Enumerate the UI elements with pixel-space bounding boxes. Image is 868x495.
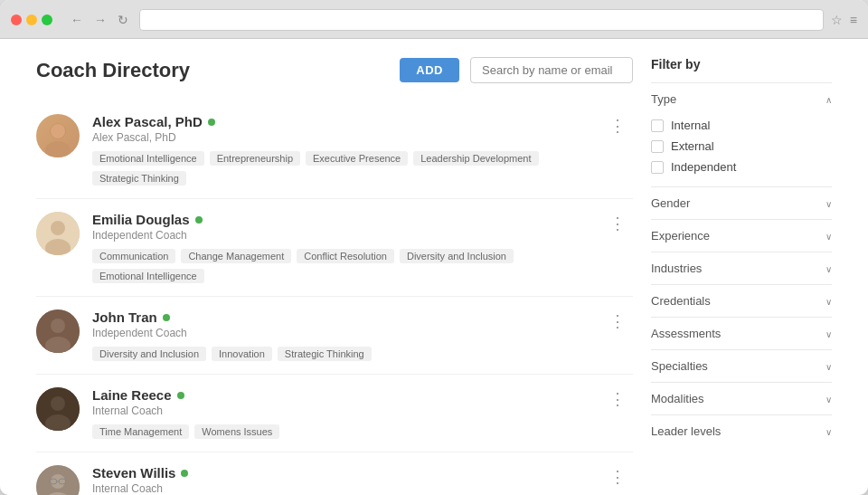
chevron-up-icon bbox=[826, 92, 832, 106]
coach-subtitle: Independent Coach bbox=[92, 327, 602, 339]
filter-option-label: External bbox=[671, 139, 714, 153]
coach-name-row: Emilia Douglas bbox=[92, 212, 602, 227]
chevron-down-icon bbox=[826, 196, 832, 210]
traffic-light-red[interactable] bbox=[11, 14, 22, 25]
chevron-down-icon bbox=[826, 229, 832, 243]
checkbox-independent[interactable] bbox=[651, 161, 664, 174]
chevron-down-icon bbox=[826, 392, 832, 405]
filter-section-specialties: Specialties bbox=[651, 349, 832, 382]
coach-info: Alex Pascal, PhD Alex Pascal, PhD Emotio… bbox=[92, 114, 602, 186]
coach-subtitle: Alex Pascal, PhD bbox=[92, 131, 602, 144]
coach-name: Laine Reece bbox=[92, 387, 172, 403]
tag: Diversity and Inclusion bbox=[92, 347, 206, 361]
filter-section-type: Type Internal External bbox=[651, 82, 832, 186]
online-indicator bbox=[195, 216, 203, 224]
avatar bbox=[36, 387, 80, 431]
header-right: ADD bbox=[400, 57, 633, 83]
filter-section-type-header[interactable]: Type bbox=[651, 83, 832, 115]
coach-list-area: Coach Directory ADD bbox=[36, 57, 633, 495]
online-indicator bbox=[181, 470, 188, 477]
tag: Leadership Development bbox=[413, 151, 538, 166]
filter-section-assessments: Assessments bbox=[651, 317, 832, 349]
more-options-button[interactable]: ⋮ bbox=[602, 114, 633, 138]
filter-section-specialties-header[interactable]: Specialties bbox=[651, 350, 832, 382]
tag: Change Management bbox=[181, 249, 291, 263]
filter-section-leader-levels-header[interactable]: Leader levels bbox=[651, 415, 832, 447]
filter-section-gender-header[interactable]: Gender bbox=[651, 187, 832, 219]
more-options-button[interactable]: ⋮ bbox=[602, 212, 633, 235]
filter-section-leader-levels: Leader levels bbox=[651, 414, 832, 447]
tag: Innovation bbox=[212, 347, 272, 361]
tag: Executive Presence bbox=[306, 151, 408, 166]
checkbox-external[interactable] bbox=[651, 140, 664, 153]
traffic-light-yellow[interactable] bbox=[26, 14, 37, 25]
more-options-button[interactable]: ⋮ bbox=[602, 309, 633, 333]
browser-icons: ☆ ≡ bbox=[831, 13, 857, 27]
coach-info: John Tran Independent Coach Diversity an… bbox=[92, 309, 602, 361]
svg-point-10 bbox=[51, 396, 65, 411]
address-bar[interactable] bbox=[139, 9, 824, 31]
filter-credentials-label: Credentials bbox=[651, 294, 711, 308]
filter-section-modalities: Modalities bbox=[651, 382, 832, 414]
avatar bbox=[36, 212, 80, 255]
tag: Communication bbox=[92, 249, 175, 263]
filter-section-gender: Gender bbox=[651, 186, 832, 219]
avatar bbox=[36, 114, 80, 157]
filter-section-modalities-header[interactable]: Modalities bbox=[651, 383, 832, 414]
table-row: John Tran Independent Coach Diversity an… bbox=[36, 297, 633, 375]
more-options-button[interactable]: ⋮ bbox=[602, 465, 633, 489]
more-options-button[interactable]: ⋮ bbox=[602, 387, 633, 411]
refresh-button[interactable]: ↻ bbox=[114, 11, 132, 29]
filter-industries-label: Industries bbox=[651, 262, 702, 275]
filter-option-external[interactable]: External bbox=[651, 136, 832, 157]
forward-button[interactable]: → bbox=[90, 11, 110, 29]
tag: Emotional Intelligence bbox=[92, 269, 204, 283]
avatar-icon bbox=[36, 465, 80, 495]
filter-section-industries-header[interactable]: Industries bbox=[651, 252, 832, 284]
svg-point-2 bbox=[51, 124, 65, 138]
filter-option-independent[interactable]: Independent bbox=[651, 157, 832, 177]
coach-info: Steven Willis Internal Coach Communicati… bbox=[92, 465, 602, 495]
coach-subtitle: Internal Coach bbox=[92, 482, 602, 495]
chevron-down-icon bbox=[826, 359, 832, 373]
filter-section-experience: Experience bbox=[651, 219, 832, 252]
table-row: Alex Pascal, PhD Alex Pascal, PhD Emotio… bbox=[36, 101, 633, 199]
filter-section-credentials-header[interactable]: Credentials bbox=[651, 285, 832, 317]
chevron-down-icon bbox=[826, 294, 832, 308]
back-button[interactable]: ← bbox=[67, 11, 87, 29]
nav-buttons: ← → ↻ bbox=[67, 11, 132, 29]
table-row: Steven Willis Internal Coach Communicati… bbox=[36, 452, 633, 495]
coach-subtitle: Independent Coach bbox=[92, 229, 602, 242]
coach-tags: Diversity and Inclusion Innovation Strat… bbox=[92, 347, 602, 361]
coach-name: John Tran bbox=[92, 309, 157, 325]
chevron-down-icon bbox=[826, 262, 832, 275]
coach-info: Emilia Douglas Independent Coach Communi… bbox=[92, 212, 602, 283]
page-content: Coach Directory ADD bbox=[0, 39, 868, 495]
filter-section-assessments-header[interactable]: Assessments bbox=[651, 318, 832, 349]
chevron-down-icon bbox=[826, 327, 832, 340]
traffic-light-green[interactable] bbox=[42, 14, 52, 25]
coach-tags: Emotional Intelligence Entrepreneurship … bbox=[92, 151, 602, 186]
checkbox-internal[interactable] bbox=[651, 119, 664, 132]
filter-section-experience-header[interactable]: Experience bbox=[651, 220, 832, 252]
main-layout: Coach Directory ADD bbox=[0, 39, 868, 495]
svg-point-1 bbox=[45, 141, 71, 157]
online-indicator bbox=[208, 119, 215, 126]
search-input[interactable] bbox=[470, 57, 633, 83]
avatar-icon bbox=[36, 212, 80, 255]
bookmark-icon[interactable]: ☆ bbox=[831, 13, 843, 27]
add-button[interactable]: ADD bbox=[400, 58, 459, 82]
chevron-down-icon bbox=[826, 424, 832, 438]
page-title: Coach Directory bbox=[36, 59, 190, 82]
menu-icon[interactable]: ≡ bbox=[850, 13, 857, 27]
avatar-icon bbox=[36, 114, 80, 157]
coach-tags: Time Management Womens Issues bbox=[92, 424, 602, 439]
filter-modalities-label: Modalities bbox=[651, 392, 704, 405]
filter-section-industries: Industries bbox=[651, 252, 832, 284]
filter-option-internal[interactable]: Internal bbox=[651, 115, 832, 136]
filter-assessments-label: Assessments bbox=[651, 327, 721, 340]
svg-point-7 bbox=[51, 319, 65, 333]
coach-name-row: Laine Reece bbox=[92, 387, 602, 403]
table-row: Laine Reece Internal Coach Time Manageme… bbox=[36, 375, 633, 452]
coach-list: Alex Pascal, PhD Alex Pascal, PhD Emotio… bbox=[36, 101, 633, 495]
